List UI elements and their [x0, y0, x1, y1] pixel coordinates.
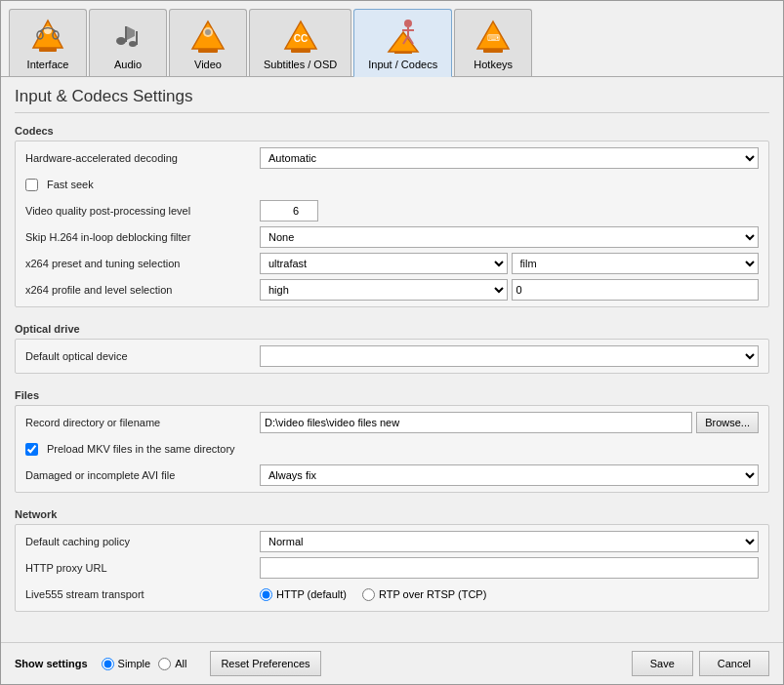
record-dir-label: Record directory or filename — [25, 417, 260, 428]
page-title: Input & Codecs Settings — [15, 87, 769, 113]
http-proxy-row: HTTP proxy URL — [25, 557, 759, 579]
live555-rtp-radio[interactable] — [362, 588, 375, 601]
optical-device-select[interactable] — [260, 345, 759, 367]
vq-level-control — [260, 200, 759, 222]
optical-device-row: Default optical device — [25, 345, 759, 367]
x264-preset-select2[interactable]: film animation grain stillimage psnr ssi… — [512, 253, 760, 274]
network-label: Network — [15, 504, 769, 520]
skip-h264-row: Skip H.264 in-loop deblocking filter Non… — [25, 226, 759, 248]
x264-level-input[interactable] — [512, 279, 760, 301]
http-proxy-control — [260, 557, 759, 579]
files-body: Record directory or filename Browse... P… — [15, 405, 769, 493]
fast-seek-label: Fast seek — [25, 179, 260, 191]
tab-video[interactable]: Video — [169, 9, 247, 76]
live555-rtp-option[interactable]: RTP over RTSP (TCP) — [362, 588, 486, 601]
optical-label: Optical drive — [15, 319, 769, 335]
svg-point-12 — [205, 29, 211, 35]
tab-audio[interactable]: Audio — [89, 9, 167, 76]
all-radio[interactable] — [158, 658, 171, 670]
preload-mkv-text: Preload MKV files in the same directory — [47, 443, 235, 455]
network-section: Network Default caching policy Normal Lo… — [15, 504, 769, 612]
all-radio-label[interactable]: All — [158, 658, 186, 670]
hw-accel-control: Automatic Disable Any — [260, 147, 759, 169]
tab-input[interactable]: Input / Codecs — [353, 9, 452, 77]
preload-mkv-label: Preload MKV files in the same directory — [25, 443, 260, 456]
input-icon — [384, 16, 423, 55]
codecs-label: Codecs — [15, 121, 769, 137]
svg-marker-16 — [389, 32, 418, 52]
tab-interface[interactable]: Interface — [9, 9, 87, 76]
tab-input-label: Input / Codecs — [368, 59, 437, 70]
tab-bar: Interface Audio — [1, 1, 783, 77]
fast-seek-checkbox[interactable] — [25, 179, 38, 191]
live555-row: Live555 stream transport HTTP (default) … — [25, 584, 759, 605]
tab-audio-label: Audio — [114, 59, 142, 70]
codecs-body: Hardware-accelerated decoding Automatic … — [15, 141, 769, 307]
tab-hotkeys[interactable]: ⌨ Hotkeys — [454, 9, 532, 76]
svg-rect-10 — [198, 49, 218, 53]
cancel-button[interactable]: Cancel — [699, 651, 769, 676]
svg-rect-24 — [483, 49, 503, 53]
vq-level-label: Video quality post-processing level — [25, 205, 260, 217]
files-section: Files Record directory or filename Brows… — [15, 385, 769, 493]
x264-profile-select[interactable]: baseline main high high10 high422 high44… — [260, 279, 508, 301]
vq-level-input[interactable] — [260, 200, 318, 222]
simple-label: Simple — [118, 658, 151, 669]
skip-h264-label: Skip H.264 in-loop deblocking filter — [25, 231, 260, 243]
interface-icon — [28, 16, 67, 55]
simple-radio-label[interactable]: Simple — [102, 658, 151, 670]
live555-http-option[interactable]: HTTP (default) — [260, 588, 347, 601]
browse-row: Browse... — [260, 412, 759, 433]
hotkeys-icon: ⌨ — [474, 16, 513, 55]
simple-radio[interactable] — [102, 658, 114, 670]
svg-rect-1 — [39, 48, 57, 52]
optical-device-control — [260, 345, 759, 367]
svg-rect-14 — [291, 49, 310, 53]
live555-label: Live555 stream transport — [25, 588, 260, 600]
svg-point-18 — [404, 20, 412, 27]
vq-level-row: Video quality post-processing level — [25, 200, 759, 222]
x264-preset-row: x264 preset and tuning selection ultrafa… — [25, 253, 759, 274]
fast-seek-row: Fast seek — [25, 174, 759, 195]
record-dir-input[interactable] — [260, 412, 692, 433]
reset-preferences-button[interactable]: Reset Preferences — [210, 651, 320, 676]
record-dir-control: Browse... — [260, 412, 759, 433]
live555-control: HTTP (default) RTP over RTSP (TCP) — [260, 588, 759, 601]
optical-device-label: Default optical device — [25, 350, 260, 362]
network-body: Default caching policy Normal Lowest lat… — [15, 524, 769, 612]
browse-button[interactable]: Browse... — [696, 412, 759, 433]
subtitles-icon: CC — [281, 16, 320, 55]
http-proxy-label: HTTP proxy URL — [25, 562, 260, 574]
caching-select[interactable]: Normal Lowest latency Low latency High l… — [260, 531, 759, 552]
optical-body: Default optical device — [15, 339, 769, 374]
video-icon — [188, 16, 227, 55]
skip-h264-select[interactable]: None Non-ref Bidir Non-key All — [260, 226, 759, 248]
x264-profile-row: x264 profile and level selection baselin… — [25, 279, 759, 301]
svg-text:CC: CC — [293, 33, 307, 44]
svg-rect-6 — [125, 26, 127, 42]
x264-preset-control: ultrafast superfast veryfast faster fast… — [260, 253, 759, 274]
tab-subtitles[interactable]: CC Subtitles / OSD — [249, 9, 351, 76]
audio-icon — [108, 16, 147, 55]
fast-seek-text: Fast seek — [47, 179, 94, 190]
x264-preset-label: x264 preset and tuning selection — [25, 258, 260, 269]
svg-rect-17 — [394, 52, 412, 54]
svg-text:⌨: ⌨ — [487, 33, 500, 43]
x264-preset-select1[interactable]: ultrafast superfast veryfast faster fast… — [260, 253, 508, 274]
damaged-avi-control: Always fix Ask Never fix — [260, 464, 759, 486]
live555-http-radio[interactable] — [260, 588, 272, 601]
http-proxy-input[interactable] — [260, 557, 759, 579]
preload-mkv-checkbox[interactable] — [25, 443, 38, 456]
live555-http-label: HTTP (default) — [276, 588, 347, 600]
footer-actions: Save Cancel — [632, 651, 769, 676]
hw-accel-select[interactable]: Automatic Disable Any — [260, 147, 759, 169]
files-label: Files — [15, 385, 769, 401]
damaged-avi-select[interactable]: Always fix Ask Never fix — [260, 464, 759, 486]
skip-h264-control: None Non-ref Bidir Non-key All — [260, 226, 759, 248]
codecs-section: Codecs Hardware-accelerated decoding Aut… — [15, 121, 769, 307]
hw-accel-row: Hardware-accelerated decoding Automatic … — [25, 147, 759, 169]
main-window: Interface Audio — [0, 0, 784, 685]
svg-point-7 — [129, 41, 137, 47]
x264-profile-label: x264 profile and level selection — [25, 284, 260, 296]
save-button[interactable]: Save — [632, 651, 693, 676]
